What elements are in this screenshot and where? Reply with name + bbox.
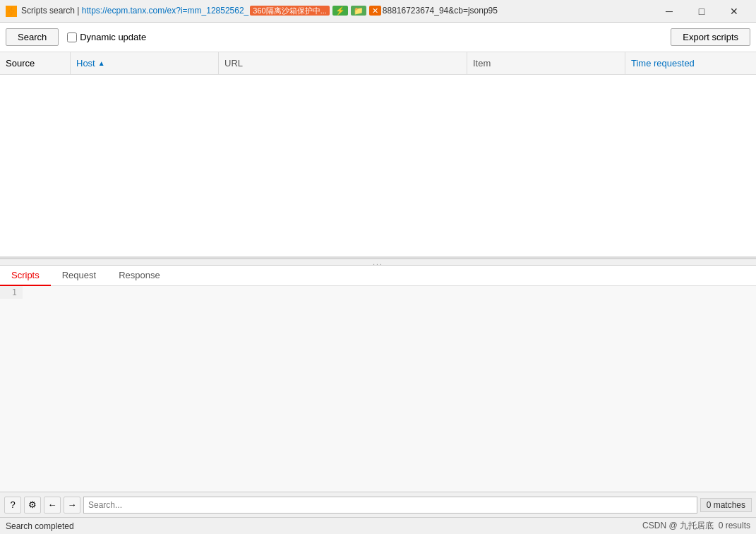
tab-request[interactable]: Request bbox=[51, 266, 107, 286]
bottom-bar: ? ⚙ ← → 0 matches bbox=[0, 492, 756, 517]
title-icon3: ✕ bbox=[369, 6, 381, 16]
svg-marker-0 bbox=[8, 7, 14, 16]
column-header-host[interactable]: Host ▲ bbox=[71, 52, 219, 74]
column-header-time[interactable]: Time requested bbox=[625, 52, 756, 74]
title-icon2: 📁 bbox=[351, 6, 366, 16]
export-scripts-button[interactable]: Export scripts bbox=[671, 28, 750, 46]
matches-badge: 0 matches bbox=[700, 498, 752, 512]
host-header-label: Host bbox=[76, 58, 95, 69]
title-prefix-text: Scripts search | bbox=[21, 6, 82, 16]
table-header: Source Host ▲ URL Item Time requested bbox=[0, 52, 756, 75]
code-line-1 bbox=[23, 286, 756, 299]
search-input[interactable] bbox=[83, 497, 697, 514]
title-url-text: https://ecpm.tanx.com/ex?i=mm_12852562_ bbox=[82, 6, 248, 16]
column-header-url[interactable]: URL bbox=[219, 52, 467, 74]
app-icon bbox=[6, 6, 17, 17]
dynamic-update-checkbox[interactable] bbox=[67, 32, 77, 42]
status-right: CSDN @ 九托居底 0 results bbox=[642, 520, 750, 532]
resize-dots: ... bbox=[373, 259, 383, 266]
minimize-button[interactable]: ─ bbox=[653, 1, 685, 21]
help-button[interactable]: ? bbox=[4, 497, 21, 514]
settings-button[interactable]: ⚙ bbox=[24, 497, 41, 514]
resize-handle[interactable]: ... bbox=[0, 259, 756, 266]
forward-button[interactable]: → bbox=[64, 497, 80, 514]
back-button[interactable]: ← bbox=[44, 497, 61, 514]
item-header-label: Item bbox=[473, 58, 491, 69]
maximize-button[interactable]: □ bbox=[685, 1, 718, 21]
host-sort-icon: ▲ bbox=[98, 59, 105, 67]
bottom-panel: Scripts Request Response 1 bbox=[0, 266, 756, 492]
status-text: Search completed bbox=[6, 521, 74, 531]
titlebar-controls: ─ □ ✕ bbox=[653, 1, 750, 21]
column-header-source[interactable]: Source bbox=[0, 52, 71, 74]
tab-scripts[interactable]: Scripts bbox=[0, 266, 51, 286]
tab-content-scripts: 1 bbox=[0, 286, 756, 492]
table-container: Source Host ▲ URL Item Time requested bbox=[0, 52, 756, 259]
status-bar: Search completed CSDN @ 九托居底 0 results bbox=[0, 517, 756, 534]
title-blocked-badge: 360隔离沙箱保护中... bbox=[250, 6, 330, 16]
titlebar: Scripts search | https://ecpm.tanx.com/e… bbox=[0, 0, 756, 23]
time-header-label: Time requested bbox=[631, 58, 695, 69]
code-area: 1 bbox=[0, 286, 756, 299]
source-header-label: Source bbox=[6, 58, 35, 69]
titlebar-title: Scripts search | https://ecpm.tanx.com/e… bbox=[21, 6, 647, 16]
title-icon1: ⚡ bbox=[332, 6, 348, 16]
line-number-1: 1 bbox=[0, 286, 23, 299]
results-count: 0 results bbox=[719, 521, 750, 530]
status-right-text: CSDN @ 九托居底 bbox=[642, 521, 714, 530]
dynamic-update-label[interactable]: Dynamic update bbox=[67, 32, 146, 42]
title-url-suffix: 88816723674_94&cb=jsonp95 bbox=[383, 6, 498, 16]
table-body bbox=[0, 75, 756, 256]
search-button[interactable]: Search bbox=[6, 28, 59, 46]
tabs-bar: Scripts Request Response bbox=[0, 266, 756, 286]
dynamic-update-text: Dynamic update bbox=[80, 32, 146, 42]
toolbar: Search Dynamic update Export scripts bbox=[0, 23, 756, 52]
close-button[interactable]: ✕ bbox=[718, 1, 750, 21]
tab-response[interactable]: Response bbox=[107, 266, 172, 286]
column-header-item[interactable]: Item bbox=[467, 52, 625, 74]
url-header-label: URL bbox=[224, 58, 243, 69]
